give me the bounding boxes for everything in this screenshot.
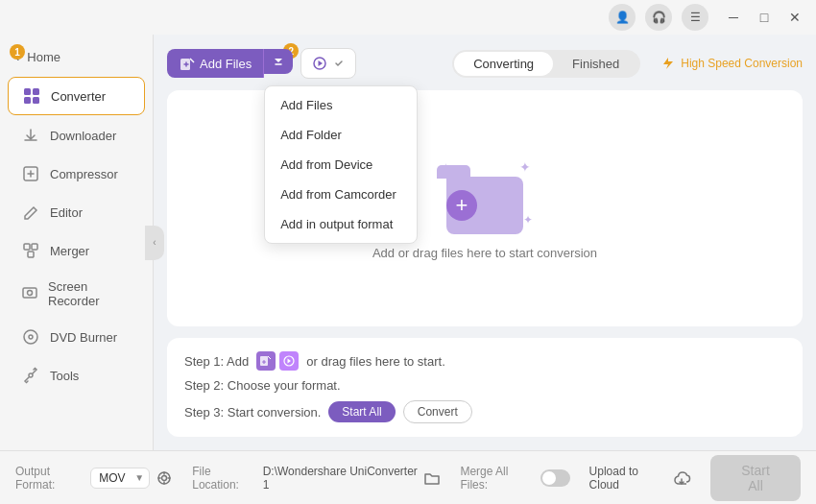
file-location-value: D:\Wondershare UniConverter 1 — [263, 465, 419, 492]
bottom-bar: Output Format: MOV MP4 AVI MKV ▼ File Lo… — [0, 450, 816, 504]
folder-icon: ✦ ✦ + ✦ — [437, 157, 533, 234]
output-format-label: Output Format: — [15, 465, 84, 492]
add-files-group: Add Files 2 Add Files Add Folder Add — [167, 49, 293, 78]
svg-point-12 — [29, 373, 33, 377]
sidebar-item-compressor[interactable]: Compressor — [8, 156, 145, 192]
drop-zone-text: Add or drag files here to start conversi… — [372, 246, 597, 260]
dvd-burner-icon — [21, 327, 40, 347]
record-mini-icon[interactable] — [279, 351, 299, 371]
steps-section: Step 1: Add — [167, 338, 803, 437]
content-area: Add Files 2 Add Files Add Folder Add — [154, 35, 816, 450]
tabs: Converting Finished — [452, 50, 640, 78]
step3-prefix: Step 3: Start conversion. — [184, 405, 321, 420]
output-format-select[interactable]: MOV MP4 AVI MKV — [90, 468, 150, 489]
step2-text: Step 2: Choose your format. — [184, 378, 341, 393]
output-format-field: Output Format: MOV MP4 AVI MKV ▼ — [15, 465, 173, 492]
sidebar-item-label: Screen Recorder — [48, 279, 132, 308]
step-2: Step 2: Choose your format. — [184, 378, 785, 393]
headset-icon[interactable]: 🎧 — [645, 4, 672, 31]
dropdown-add-device[interactable]: Add from Device — [265, 150, 417, 180]
svg-rect-0 — [24, 88, 31, 95]
downloader-icon — [21, 126, 40, 145]
merge-files-label: Merge All Files: — [460, 465, 535, 492]
start-all-step-button[interactable]: Start All — [328, 401, 395, 422]
svg-point-10 — [24, 330, 37, 344]
screen-recorder-icon — [21, 284, 38, 303]
add-files-label: Add Files — [200, 57, 252, 71]
add-files-mini-icon[interactable] — [256, 351, 276, 371]
sidebar-item-screen-recorder[interactable]: Screen Recorder — [8, 271, 145, 317]
sparkle-icon: ✦ — [523, 213, 533, 227]
step1-suffix: or drag files here to start. — [306, 354, 445, 369]
sidebar-item-downloader[interactable]: Downloader — [8, 117, 145, 154]
compressor-icon — [21, 164, 40, 183]
tab-finished[interactable]: Finished — [553, 52, 638, 76]
merger-icon — [21, 241, 40, 260]
step1-icons — [256, 351, 299, 371]
svg-point-9 — [28, 291, 33, 296]
upload-cloud-button[interactable] — [672, 469, 691, 487]
merge-files-toggle[interactable] — [540, 469, 569, 487]
step-3: Step 3: Start conversion. Start All Conv… — [184, 400, 785, 423]
start-all-button[interactable]: Start All — [710, 455, 801, 501]
converter-icon — [22, 86, 41, 106]
titlebar: 👤 🎧 ☰ ─ □ ✕ — [0, 0, 816, 35]
high-speed-conversion[interactable]: High Speed Conversion — [660, 56, 803, 71]
svg-rect-2 — [24, 97, 31, 104]
sidebar-item-label: Downloader — [50, 129, 116, 143]
sidebar-item-label: DVD Burner — [50, 330, 117, 345]
svg-rect-8 — [23, 288, 36, 298]
tab-converting[interactable]: Converting — [454, 52, 553, 76]
file-location-label: File Location: — [192, 465, 256, 492]
tools-icon — [21, 366, 40, 385]
menu-icon[interactable]: ☰ — [682, 4, 708, 31]
sidebar-item-label: Tools — [50, 369, 79, 383]
step-1: Step 1: Add — [184, 351, 785, 371]
drop-zone[interactable]: ✦ ✦ + ✦ Add or drag files here to start … — [167, 90, 803, 326]
toggle-knob — [542, 471, 556, 485]
sidebar-item-label: Compressor — [50, 167, 118, 181]
merge-files-field: Merge All Files: — [460, 465, 569, 492]
file-location-browse-button[interactable] — [423, 469, 441, 487]
upload-cloud-label: Upload to Cloud — [589, 465, 667, 492]
editor-icon — [21, 203, 40, 222]
record-button[interactable] — [300, 48, 356, 79]
minimize-button[interactable]: ─ — [720, 4, 747, 31]
svg-rect-3 — [33, 97, 39, 104]
high-speed-label: High Speed Conversion — [681, 57, 803, 70]
badge-1: 1 — [10, 44, 25, 60]
step1-prefix: Step 1: Add — [184, 354, 249, 369]
close-button[interactable]: ✕ — [781, 4, 808, 31]
folder-plus-icon: + — [446, 190, 477, 221]
sidebar-item-converter[interactable]: Converter 1 — [8, 77, 145, 115]
sidebar-item-label: Merger — [50, 244, 89, 258]
svg-point-11 — [29, 335, 33, 339]
sidebar-item-label: Editor — [50, 205, 83, 220]
upload-cloud-field: Upload to Cloud — [589, 465, 692, 492]
dropdown-add-camcorder[interactable]: Add from Camcorder — [265, 180, 417, 209]
add-files-dropdown-button[interactable] — [264, 49, 293, 74]
sidebar-item-editor[interactable]: Editor — [8, 194, 145, 230]
sidebar-item-merger[interactable]: Merger — [8, 232, 145, 269]
file-location-field: File Location: D:\Wondershare UniConvert… — [192, 465, 441, 492]
dropdown-add-files[interactable]: Add Files — [265, 90, 417, 120]
avatar-icon[interactable]: 👤 — [609, 4, 636, 31]
svg-rect-7 — [28, 252, 34, 257]
add-files-button[interactable]: Add Files 2 — [167, 49, 264, 78]
sidebar-item-tools[interactable]: Tools — [8, 357, 145, 394]
sidebar-item-dvd-burner[interactable]: DVD Burner — [8, 319, 145, 355]
format-settings-button[interactable] — [156, 469, 173, 487]
sidebar: ‹ Home Converter 1 Downloa — [0, 35, 154, 450]
sidebar-collapse-button[interactable]: ‹ — [145, 226, 164, 260]
sparkle-icon: ✦ — [519, 159, 531, 175]
svg-rect-6 — [32, 244, 37, 250]
dropdown-add-folder[interactable]: Add Folder — [265, 120, 417, 150]
maximize-button[interactable]: □ — [751, 4, 778, 31]
dropdown-add-output-format[interactable]: Add in output format — [265, 209, 417, 239]
dropdown-menu: Add Files Add Folder Add from Device Add… — [264, 85, 418, 244]
folder-body: + — [446, 177, 523, 234]
convert-step-button[interactable]: Convert — [403, 400, 472, 423]
svg-point-18 — [162, 475, 167, 480]
svg-rect-1 — [33, 88, 39, 95]
sidebar-home-label: Home — [27, 50, 60, 64]
